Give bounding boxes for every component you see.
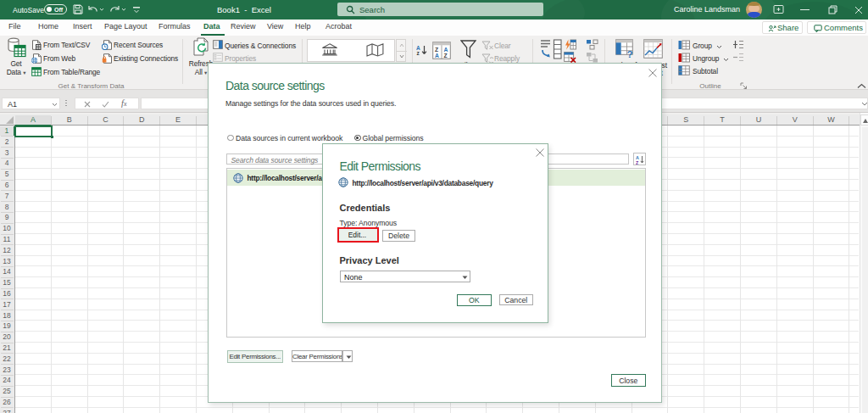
svg-text:A: A — [443, 47, 448, 53]
svg-text:A: A — [435, 53, 439, 59]
svg-text:z: z — [416, 50, 420, 56]
svg-text:Z: Z — [435, 47, 438, 53]
svg-text:Z: Z — [443, 53, 447, 59]
svg-text:Z: Z — [636, 159, 639, 164]
svg-text:?: ? — [627, 49, 633, 59]
